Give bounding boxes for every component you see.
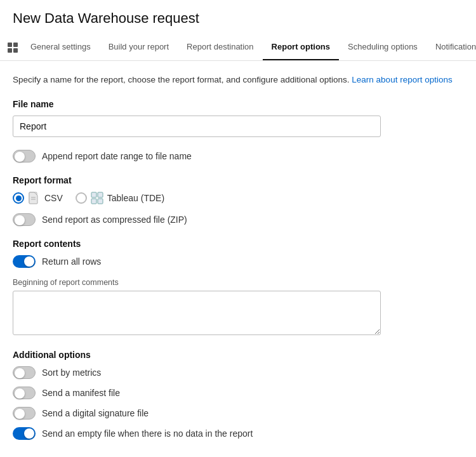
manifest-toggle[interactable]: [13, 387, 36, 399]
digital-sig-row: Send a digital signature file: [13, 407, 463, 420]
sort-metrics-toggle[interactable]: [13, 366, 36, 379]
digital-sig-thumb: [15, 409, 25, 419]
return-all-rows-toggle[interactable]: [13, 255, 36, 268]
file-name-group: File name: [13, 99, 463, 137]
format-csv-option[interactable]: CSV: [13, 192, 63, 204]
sort-metrics-track: [13, 366, 36, 379]
report-comments-input[interactable]: [13, 291, 381, 335]
format-tde-radio[interactable]: [76, 192, 87, 204]
append-date-track: [13, 150, 36, 162]
svg-rect-7: [91, 192, 96, 197]
svg-rect-10: [98, 199, 103, 204]
manifest-row: Send a manifest file: [13, 387, 463, 399]
digital-sig-label: Send a digital signature file: [42, 408, 149, 418]
format-csv-radio[interactable]: [13, 192, 24, 204]
tab-scheduling-options[interactable]: Scheduling options: [339, 34, 426, 60]
append-date-label: Append report date range to file name: [42, 151, 192, 161]
return-all-rows-track: [13, 255, 36, 268]
format-tde-label: Tableau (TDE): [107, 193, 164, 203]
page-title: New Data Warehouse request: [0, 0, 476, 34]
svg-rect-9: [91, 199, 96, 204]
report-contents-group: Report contents Return all rows Beginnin…: [13, 239, 463, 337]
return-all-rows-label: Return all rows: [42, 256, 101, 267]
append-date-row: Append report date range to file name: [13, 150, 463, 162]
svg-rect-8: [98, 192, 103, 197]
format-radio-group: CSV Tableau (TDE): [13, 192, 463, 204]
learn-more-link[interactable]: Learn about report options: [352, 75, 452, 84]
additional-options-group: Additional options Sort by metrics Send …: [13, 350, 463, 440]
return-all-rows-thumb: [24, 256, 34, 267]
nav-bar: General settings Build your report Repor…: [0, 34, 476, 61]
report-format-label: Report format: [13, 175, 463, 185]
empty-file-track: [13, 427, 36, 440]
nav-grid-icon[interactable]: [6, 36, 19, 59]
tab-build-report[interactable]: Build your report: [100, 34, 178, 60]
svg-rect-0: [8, 43, 12, 47]
report-contents-label: Report contents: [13, 239, 463, 249]
format-tde-option[interactable]: Tableau (TDE): [76, 192, 164, 204]
format-csv-label: CSV: [44, 193, 63, 203]
sort-metrics-label: Sort by metrics: [42, 368, 101, 378]
digital-sig-toggle[interactable]: [13, 407, 36, 420]
description-text: Specify a name for the report, choose th…: [13, 74, 463, 86]
sort-metrics-thumb: [15, 368, 25, 378]
empty-file-row: Send an empty file when there is no data…: [13, 427, 463, 440]
svg-rect-2: [8, 48, 12, 53]
additional-options-label: Additional options: [13, 350, 463, 360]
report-comments-label: Beginning of report comments: [13, 278, 463, 287]
digital-sig-track: [13, 407, 36, 420]
file-name-label: File name: [13, 99, 463, 109]
tab-general-settings[interactable]: General settings: [22, 34, 100, 60]
empty-file-label: Send an empty file when there is no data…: [42, 428, 253, 439]
compressed-track: [13, 213, 36, 226]
compressed-row: Send report as compressed file (ZIP): [13, 213, 463, 226]
manifest-thumb: [15, 388, 25, 399]
report-comments-group: Beginning of report comments: [13, 278, 463, 337]
tab-report-options[interactable]: Report options: [263, 34, 339, 60]
svg-rect-3: [13, 48, 18, 53]
tab-report-destination[interactable]: Report destination: [178, 34, 263, 60]
append-date-toggle[interactable]: [13, 150, 36, 162]
tab-notification-email[interactable]: Notification email: [426, 34, 476, 60]
return-all-rows-row: Return all rows: [13, 255, 463, 268]
append-date-thumb: [15, 152, 25, 162]
report-format-group: Report format CSV: [13, 175, 463, 226]
compressed-thumb: [15, 215, 25, 225]
manifest-label: Send a manifest file: [42, 388, 120, 398]
csv-icon: [28, 192, 41, 204]
compressed-toggle[interactable]: [13, 213, 36, 226]
sort-metrics-row: Sort by metrics: [13, 366, 463, 379]
svg-rect-1: [13, 43, 18, 47]
manifest-track: [13, 387, 36, 399]
compressed-label: Send report as compressed file (ZIP): [42, 215, 187, 225]
empty-file-toggle[interactable]: [13, 427, 36, 440]
main-content: Specify a name for the report, choose th…: [0, 61, 476, 457]
tde-icon: [91, 192, 103, 204]
file-name-input[interactable]: [13, 116, 381, 137]
empty-file-thumb: [24, 428, 34, 439]
